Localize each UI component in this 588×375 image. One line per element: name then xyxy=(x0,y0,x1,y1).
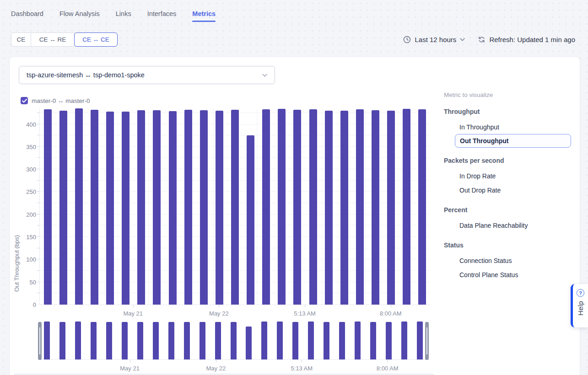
pair-selector[interactable]: tsp-azure-sitemesh ↔ tsp-demo1-spoke xyxy=(19,66,275,84)
time-range-label: Last 12 hours xyxy=(415,36,456,43)
minimap-plot[interactable] xyxy=(39,322,427,360)
minimap-bar xyxy=(137,322,143,359)
chart-bar[interactable] xyxy=(309,109,317,305)
group-heading-status: Status xyxy=(444,241,464,249)
main-chart-plot[interactable] xyxy=(39,109,430,305)
chart-bar[interactable] xyxy=(184,110,192,305)
y-tick xyxy=(37,293,39,293)
x-tick xyxy=(133,305,134,307)
nav-item-metrics[interactable]: Metrics xyxy=(192,10,216,22)
minimap-bar xyxy=(370,322,376,359)
minimap-bar xyxy=(339,322,345,359)
chart-bar[interactable] xyxy=(91,110,98,305)
chart-bar[interactable] xyxy=(372,110,379,305)
minimap-bar xyxy=(153,322,159,359)
chart-bar[interactable] xyxy=(262,109,270,305)
toolbar-right: Last 12 hours Refresh: Updated 1 min ago xyxy=(403,32,575,47)
x-tick-label: 5:13 AM xyxy=(294,310,316,317)
refresh-status-label: Refresh: Updated 1 min ago xyxy=(489,36,575,43)
minimap-bar xyxy=(106,322,112,359)
nav-item-flow-analysis[interactable]: Flow Analysis xyxy=(59,10,100,22)
minimap-bar xyxy=(308,321,314,359)
y-axis-tick-label: 350 xyxy=(26,144,36,150)
tab-ce-re[interactable]: CE ↔ RE xyxy=(31,32,75,47)
series-legend[interactable]: master-0 ↔ master-0 xyxy=(21,97,90,104)
chart-bar[interactable] xyxy=(340,111,348,305)
main-chart-x-axis: May 21May 225:13 AM8:00 AM xyxy=(39,305,430,321)
clock-icon xyxy=(403,36,411,43)
y-tick xyxy=(37,112,39,113)
time-range-dropdown[interactable]: Last 12 hours xyxy=(403,36,465,43)
metric-item-in-throughput[interactable]: In Throughput xyxy=(459,123,499,131)
tab-ce[interactable]: CE xyxy=(11,32,31,47)
refresh-control[interactable]: Refresh: Updated 1 min ago xyxy=(478,36,575,43)
chart-bar[interactable] xyxy=(153,110,161,305)
chart-bar[interactable] xyxy=(403,109,410,305)
help-tab[interactable]: ? Help xyxy=(571,284,588,327)
y-tick xyxy=(37,180,39,181)
y-tick xyxy=(37,248,39,248)
metric-item-control-plane-status[interactable]: Control Plane Status xyxy=(459,271,518,279)
metric-item-in-drop-rate[interactable]: In Drop Rate xyxy=(459,172,496,180)
y-tick xyxy=(37,135,39,135)
chart-bar[interactable] xyxy=(137,110,145,305)
x-tick xyxy=(219,305,219,307)
minimap-bar xyxy=(246,327,252,359)
group-heading-throughput: Throughput xyxy=(444,108,480,115)
brush-handle-right[interactable] xyxy=(425,322,429,360)
y-axis-tick-label: 300 xyxy=(26,166,36,173)
x-tick-label: May 21 xyxy=(120,365,140,372)
chart-bar[interactable] xyxy=(216,111,223,305)
series-checkbox[interactable] xyxy=(21,97,28,104)
chart-bar[interactable] xyxy=(247,135,254,305)
y-tick xyxy=(37,191,39,192)
brush-handle-left[interactable] xyxy=(38,322,42,360)
chart-bar[interactable] xyxy=(418,109,426,305)
y-tick xyxy=(37,124,39,124)
chart-bar[interactable] xyxy=(387,111,395,305)
x-tick-label: May 21 xyxy=(123,310,143,317)
gridline xyxy=(322,109,322,305)
y-tick xyxy=(37,157,39,158)
minimap-bar xyxy=(44,321,50,359)
metric-item-connection-status[interactable]: Connection Status xyxy=(459,257,512,264)
y-axis-tick-label: 400 xyxy=(26,121,36,128)
y-tick xyxy=(37,259,39,259)
y-axis-tick-label: 250 xyxy=(26,188,36,195)
help-icon: ? xyxy=(577,289,584,297)
y-axis-labels: 050100150200250300350400 xyxy=(10,109,36,305)
chart-bar[interactable] xyxy=(122,112,129,305)
minimap-bar xyxy=(324,322,329,359)
chart-bar[interactable] xyxy=(356,109,364,305)
metric-item-out-drop-rate[interactable]: Out Drop Rate xyxy=(459,187,501,194)
y-tick xyxy=(37,203,39,203)
minimap-bar xyxy=(75,321,81,359)
y-tick xyxy=(37,282,39,282)
chart-bar[interactable] xyxy=(59,111,67,305)
chart-bar[interactable] xyxy=(325,111,333,305)
chart-bar[interactable] xyxy=(278,109,286,305)
metric-item-data-plane-reachability[interactable]: Data Plane Reachability xyxy=(459,222,528,229)
chart-bar[interactable] xyxy=(44,109,52,305)
tab-ce-ce[interactable]: CE ↔ CE xyxy=(74,32,118,47)
chevron-down-icon xyxy=(262,74,267,77)
x-tick-label: May 22 xyxy=(206,365,226,372)
chart-bar[interactable] xyxy=(293,110,301,305)
metric-item-out-throughput-label: Out Throughput xyxy=(460,137,509,145)
chart-bar[interactable] xyxy=(169,111,177,305)
y-axis-tick-label: 50 xyxy=(30,279,36,286)
chart-bar[interactable] xyxy=(231,110,239,305)
y-tick xyxy=(37,270,39,271)
metric-item-out-throughput[interactable]: Out Throughput xyxy=(455,134,571,148)
nav-item-interfaces[interactable]: Interfaces xyxy=(147,10,177,22)
nav-item-links[interactable]: Links xyxy=(116,10,131,22)
chart-bar[interactable] xyxy=(75,108,83,305)
chart-bar[interactable] xyxy=(106,112,114,305)
y-axis-tick-label: 0 xyxy=(33,301,36,308)
gridline xyxy=(257,109,257,305)
minimap-bar xyxy=(122,322,128,359)
nav-item-dashboard[interactable]: Dashboard xyxy=(11,10,43,22)
x-tick xyxy=(302,360,302,362)
gridline xyxy=(83,109,84,305)
chart-bar[interactable] xyxy=(200,110,208,305)
